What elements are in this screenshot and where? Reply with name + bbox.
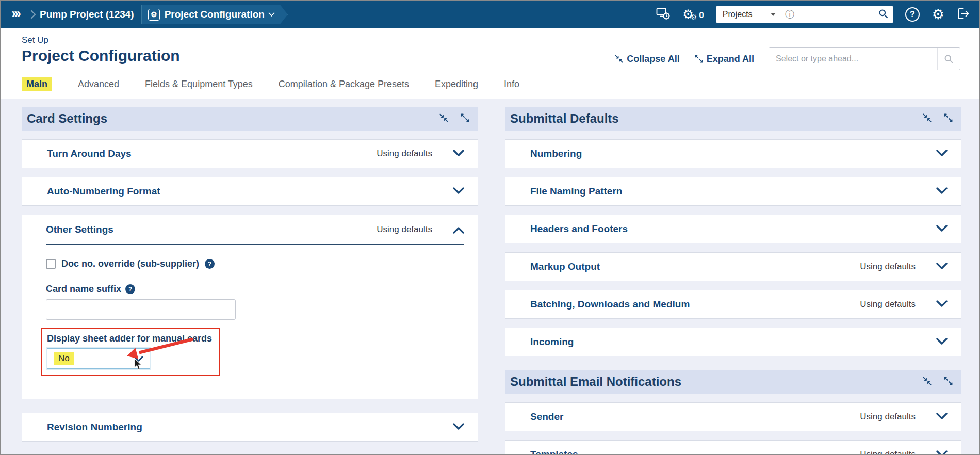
panel-revision-numbering[interactable]: Revision Numbering <box>22 413 478 442</box>
scope-select[interactable]: Projects <box>716 10 766 19</box>
panel-title: Auto-Numbering Format <box>47 186 160 197</box>
panel-auto-numbering-format[interactable]: Auto-Numbering Format <box>22 177 478 206</box>
expand-all-label: Expand All <box>707 54 754 64</box>
panel-file-naming-pattern[interactable]: File Naming Pattern <box>505 177 961 206</box>
chevron-up-icon[interactable] <box>453 225 464 234</box>
chevron-down-icon[interactable] <box>453 423 464 432</box>
global-search-control: Projects ⓘ <box>716 6 893 23</box>
expand-menu-icon[interactable]: ››› <box>11 6 19 24</box>
breadcrumb-project[interactable]: Pump Project (1234) <box>40 9 141 20</box>
chevron-down-icon[interactable] <box>936 412 948 421</box>
panel-title: Revision Numbering <box>47 421 142 433</box>
card-suffix-label: Card name suffix <box>46 284 121 295</box>
settings-gear-icon[interactable]: ⚙ <box>932 8 944 22</box>
panel-title: Numbering <box>530 148 582 159</box>
panel-title: Sender <box>530 411 563 423</box>
using-defaults-label: Using defaults <box>377 224 432 235</box>
typeahead-input[interactable] <box>769 48 937 70</box>
chevron-down-icon[interactable] <box>936 300 948 309</box>
panel-other-settings-header[interactable]: Other Settings Using defaults <box>46 215 464 245</box>
breadcrumb-page-label: Project Configuration <box>165 9 265 20</box>
panel-incoming[interactable]: Incoming <box>505 328 961 356</box>
collapse-section-icon[interactable] <box>922 376 932 388</box>
help-icon[interactable]: ? <box>905 7 920 22</box>
section-card-settings: Card Settings <box>22 107 478 131</box>
panel-batching-downloads-medium[interactable]: Batching, Downloads and Medium Using def… <box>505 290 961 319</box>
scope-select-caret-icon[interactable] <box>766 6 780 23</box>
collapse-icon <box>614 54 624 63</box>
chevron-down-icon[interactable] <box>936 149 948 158</box>
tab-info[interactable]: Info <box>504 79 519 90</box>
expand-section-icon[interactable] <box>943 376 953 388</box>
tab-compilation-package-presets[interactable]: Compilation & Package Presets <box>279 79 409 90</box>
gear-glyph: ⚙ <box>151 10 157 19</box>
annotation-highlight-box: Display sheet adder for manual cards No <box>41 328 220 376</box>
sheet-adder-dropdown[interactable]: No <box>47 348 150 369</box>
chevron-down-icon[interactable] <box>936 224 948 234</box>
panel-title: Markup Output <box>530 261 600 272</box>
collapse-section-icon[interactable] <box>439 113 449 125</box>
doc-override-label: Doc no. override (sub-supplier) <box>61 258 199 269</box>
using-defaults-label: Using defaults <box>860 299 916 310</box>
chevron-down-icon[interactable] <box>453 187 464 196</box>
panel-templates[interactable]: Templates Using defaults <box>505 440 961 454</box>
using-defaults-label: Using defaults <box>860 262 916 272</box>
tasks-count-badge: 0 <box>699 10 704 21</box>
tab-bar: Main Advanced Fields & Equipment Types C… <box>1 70 979 99</box>
panel-turn-around-days[interactable]: Turn Around Days Using defaults <box>22 139 478 168</box>
help-icon[interactable]: ? <box>125 284 135 294</box>
tab-advanced[interactable]: Advanced <box>78 79 119 90</box>
chevron-down-icon[interactable] <box>936 187 948 196</box>
chevron-down-icon <box>268 10 275 17</box>
using-defaults-label: Using defaults <box>377 149 432 159</box>
page-header: Set Up Project Configuration Collapse Al… <box>1 28 979 70</box>
info-icon: ⓘ <box>785 8 794 21</box>
collapse-all-button[interactable]: Collapse All <box>614 54 679 64</box>
tab-expediting[interactable]: Expediting <box>435 79 478 90</box>
sheet-adder-label: Display sheet adder for manual cards <box>47 333 212 344</box>
expand-section-icon[interactable] <box>943 113 953 125</box>
expand-all-button[interactable]: Expand All <box>694 54 754 64</box>
panel-sender[interactable]: Sender Using defaults <box>505 402 961 431</box>
config-gear-icon: ⚙ <box>148 9 160 21</box>
breadcrumb-page-selector[interactable]: ⚙ Project Configuration <box>141 5 288 24</box>
collapse-all-label: Collapse All <box>627 54 679 64</box>
panel-markup-output[interactable]: Markup Output Using defaults <box>505 252 961 281</box>
chevron-down-icon[interactable] <box>936 262 948 271</box>
tab-main[interactable]: Main <box>22 77 52 91</box>
panel-headers-and-footers[interactable]: Headers and Footers <box>505 215 961 243</box>
card-suffix-input[interactable] <box>46 299 236 320</box>
section-submittal-defaults: Submittal Defaults <box>505 107 961 131</box>
using-defaults-label: Using defaults <box>860 412 916 422</box>
search-icon[interactable] <box>878 9 888 21</box>
panel-numbering[interactable]: Numbering <box>505 139 961 168</box>
breadcrumb-separator-icon <box>27 10 36 19</box>
section-title: Card Settings <box>27 111 107 126</box>
setup-eyebrow: Set Up <box>22 35 180 45</box>
chevron-down-icon[interactable] <box>453 149 464 158</box>
global-search-input[interactable] <box>798 10 875 19</box>
panel-title: Turn Around Days <box>47 148 132 159</box>
expand-icon <box>694 54 704 63</box>
collapse-section-icon[interactable] <box>922 113 932 125</box>
logout-icon[interactable] <box>957 8 970 22</box>
panel-title: Templates <box>530 449 578 454</box>
main-content: Card Settings Turn Around Days Using def… <box>1 99 979 454</box>
section-title: Submittal Defaults <box>510 111 619 126</box>
right-column: Submittal Defaults Numbering File Naming… <box>505 107 961 454</box>
left-column: Card Settings Turn Around Days Using def… <box>22 107 478 454</box>
tab-fields-equipment-types[interactable]: Fields & Equipment Types <box>145 79 253 90</box>
typeahead-search-icon[interactable] <box>937 48 960 70</box>
chevron-down-icon[interactable] <box>936 337 948 347</box>
gear-glyph-small: ⚙ <box>691 13 697 21</box>
doc-override-checkbox[interactable] <box>46 259 56 269</box>
help-icon[interactable]: ? <box>205 259 215 269</box>
typeahead-search <box>769 47 960 70</box>
expand-section-icon[interactable] <box>460 113 470 125</box>
recent-activity-icon[interactable] <box>656 7 670 22</box>
chevron-down-icon[interactable] <box>936 450 948 454</box>
panel-title: Other Settings <box>46 224 113 235</box>
background-tasks-icon[interactable]: ⚙ ⚙ 0 <box>682 8 704 21</box>
section-submittal-email-notifications: Submittal Email Notifications <box>505 370 961 394</box>
chevron-down-icon[interactable] <box>134 356 143 362</box>
